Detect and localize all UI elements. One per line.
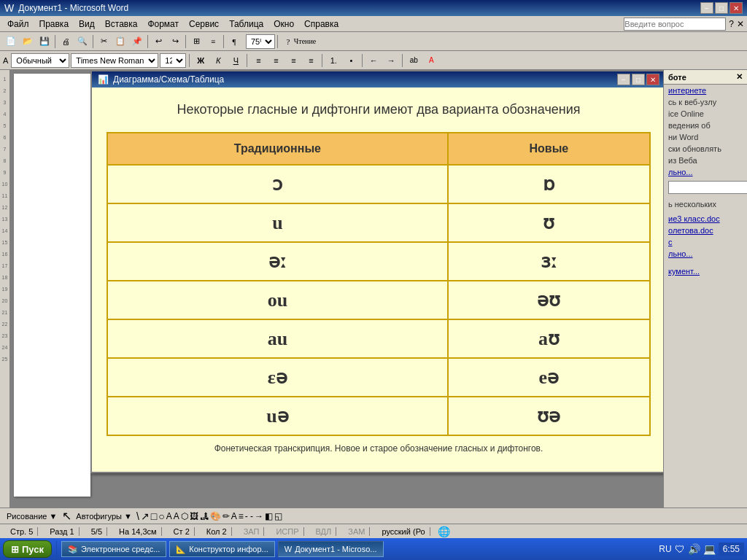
right-panel-close-icon[interactable]: ✕ xyxy=(736,72,743,82)
menu-format[interactable]: Формат xyxy=(143,18,183,31)
autoshapes-menu-button[interactable]: Автофигуры ▼ xyxy=(76,512,132,521)
diagram-title: Некоторые гласные и дифтонги имеют два в… xyxy=(107,102,651,117)
highlight-button[interactable]: ab xyxy=(406,52,422,69)
right-panel-item-doc2[interactable]: олетова.doc xyxy=(664,225,747,236)
cursor-tool[interactable]: ↖ xyxy=(62,509,71,523)
menu-service[interactable]: Сервис xyxy=(185,18,223,31)
font-select[interactable]: Times New Roman xyxy=(71,53,158,68)
dialog-minimize-button[interactable]: − xyxy=(617,74,630,85)
font-color-button[interactable]: A xyxy=(423,52,439,69)
font-color-tool[interactable]: A xyxy=(231,511,237,521)
fill-color-tool[interactable]: 🎨 xyxy=(210,511,221,521)
taskbar-item-1[interactable]: 📚 Электронное средс... xyxy=(61,541,166,557)
close-button[interactable]: ✕ xyxy=(729,2,743,14)
textbox-tool[interactable]: A xyxy=(166,511,172,521)
diagram-dialog: 📊 Диаграмма/Схема/Таблица − □ ✕ Некоторы… xyxy=(90,70,663,473)
dialog-maximize-button[interactable]: □ xyxy=(632,74,645,85)
table-cell-col2-2: ɜː xyxy=(448,242,650,281)
right-panel-item-doc1[interactable]: ие3 класс.doc xyxy=(664,213,747,225)
status-mode2: ИСПР xyxy=(271,527,303,536)
close-search-icon[interactable]: ✕ xyxy=(737,19,744,29)
help-icon[interactable]: ? xyxy=(729,19,734,29)
increase-indent-button[interactable]: → xyxy=(383,52,399,69)
menu-help[interactable]: Справка xyxy=(300,18,343,31)
toolbar-sep-5 xyxy=(223,35,224,48)
bold-button[interactable]: Ж xyxy=(193,52,209,69)
right-panel-title: боте ✕ xyxy=(664,70,747,85)
right-panel-item-internet[interactable]: интернете xyxy=(664,85,747,96)
reading-mode-button[interactable]: Чтение xyxy=(297,34,313,50)
menu-insert[interactable]: Вставка xyxy=(101,18,142,31)
maximize-button[interactable]: □ xyxy=(715,2,728,14)
3d-tool[interactable]: ◱ xyxy=(274,511,282,521)
clipart-tool[interactable]: 🖼 xyxy=(190,511,198,521)
dash-style-tool[interactable]: - - xyxy=(245,511,253,521)
minimize-button[interactable]: − xyxy=(700,2,713,14)
right-panel-item-more2[interactable]: кумент... xyxy=(664,265,747,277)
line-style-tool[interactable]: ≡ xyxy=(239,511,244,521)
zoom-select[interactable]: 75% xyxy=(246,34,275,49)
format-sep-2 xyxy=(247,54,247,67)
arrow-tool[interactable]: ↗ xyxy=(141,510,150,522)
diagram-tool[interactable]: ⬡ xyxy=(181,511,188,521)
taskbar-item-1-icon: 📚 xyxy=(68,545,78,554)
wordart-tool[interactable]: A xyxy=(174,511,179,521)
undo-button[interactable]: ↩ xyxy=(150,34,166,50)
print-button[interactable]: 🖨 xyxy=(58,34,74,50)
columns-button[interactable]: ≡ xyxy=(205,34,221,50)
italic-button[interactable]: К xyxy=(210,52,226,69)
right-panel-search-input[interactable] xyxy=(668,181,747,194)
right-panel-item-doc3[interactable]: с xyxy=(664,236,747,248)
numbering-button[interactable]: 1. xyxy=(325,52,341,69)
new-button[interactable]: 📄 xyxy=(3,34,19,50)
oval-tool[interactable]: ○ xyxy=(158,510,164,522)
justify-button[interactable]: ≡ xyxy=(303,52,319,69)
drawing-menu-button[interactable]: Рисование ▼ xyxy=(3,510,61,522)
align-right-button[interactable]: ≡ xyxy=(285,52,301,69)
rect-tool[interactable]: □ xyxy=(151,510,157,522)
line-tool[interactable]: \ xyxy=(136,510,139,522)
image-tool[interactable]: 🏞 xyxy=(200,511,209,521)
menu-window[interactable]: Окно xyxy=(269,18,298,31)
paste-button[interactable]: 📌 xyxy=(129,34,145,50)
menu-view[interactable]: Вид xyxy=(74,18,99,31)
table-cell-col1-0: ɔ xyxy=(107,165,448,203)
bullets-button[interactable]: • xyxy=(343,52,359,69)
taskbar-item-3[interactable]: W Документ1 - Microso... xyxy=(278,541,384,557)
arrow-style-tool[interactable]: → xyxy=(255,511,263,521)
toolbar-sep-4 xyxy=(185,35,186,48)
redo-button[interactable]: ↪ xyxy=(167,34,183,50)
menu-edit[interactable]: Правка xyxy=(35,18,74,31)
decrease-indent-button[interactable]: ← xyxy=(365,52,382,69)
style-select[interactable]: Обычный xyxy=(11,53,69,68)
title-bar: W Документ1 - Microsoft Word − □ ✕ xyxy=(0,0,747,16)
title-controls: − □ ✕ xyxy=(700,2,743,14)
table-button[interactable]: ⊞ xyxy=(188,34,204,50)
underline-button[interactable]: Ч xyxy=(228,52,244,69)
preview-button[interactable]: 🔍 xyxy=(74,34,90,50)
title-text: Документ1 - Microsoft Word xyxy=(18,3,128,13)
size-select[interactable]: 12 xyxy=(160,53,186,68)
table-cell-col1-4: au xyxy=(107,319,448,358)
start-button[interactable]: ⊞ Пуск xyxy=(3,540,52,558)
dialog-close-button[interactable]: ✕ xyxy=(646,74,659,85)
right-panel-item-auto[interactable]: льно... xyxy=(664,166,747,178)
table-row: ouəʊ xyxy=(107,281,650,319)
cut-button[interactable]: ✂ xyxy=(96,34,112,50)
shadow-tool[interactable]: ◧ xyxy=(265,511,273,521)
menu-table[interactable]: Таблица xyxy=(225,18,268,31)
menu-file[interactable]: Файл xyxy=(3,18,34,31)
line-color-tool[interactable]: ✏ xyxy=(222,511,230,521)
save-button[interactable]: 💾 xyxy=(36,34,53,50)
table-cell-col1-2: əː xyxy=(107,242,448,281)
search-input[interactable] xyxy=(624,18,726,31)
open-button[interactable]: 📂 xyxy=(20,34,36,50)
align-center-button[interactable]: ≡ xyxy=(268,52,284,69)
align-left-button[interactable]: ≡ xyxy=(250,52,266,69)
right-panel-item-more1[interactable]: льно... xyxy=(664,248,747,260)
taskbar-item-2[interactable]: 📐 Конструктор инфор... xyxy=(169,541,274,557)
main-toolbar: 📄 📂 💾 🖨 🔍 ✂ 📋 📌 ↩ ↪ ⊞ ≡ ¶ 75% ? Чтение xyxy=(0,32,747,51)
paragraph-button[interactable]: ¶ xyxy=(226,34,242,50)
copy-button[interactable]: 📋 xyxy=(112,34,128,50)
dialog-title-bar: 📊 Диаграмма/Схема/Таблица − □ ✕ xyxy=(92,71,663,88)
